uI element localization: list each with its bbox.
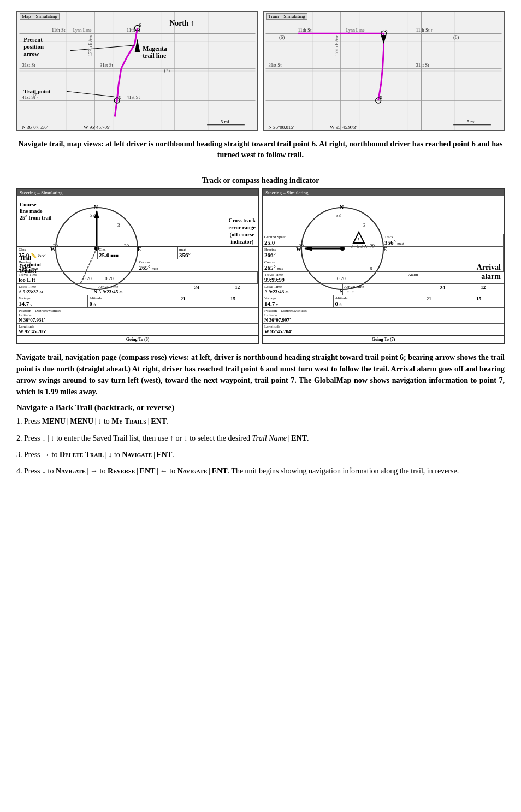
ent-key-2: ENT [291,434,307,442]
navigate-label-4a: Navigate [56,467,86,475]
svg-text:(6): (6) [279,34,285,40]
svg-text:(7): (7) [164,68,170,73]
svg-text:W  95°45.973': W 95°45.973' [330,125,357,130]
svg-text:Present: Present [23,36,43,43]
delete-trail-label: Delete Trail [60,451,104,459]
right-nav-panel: Steering – Simulating Arrival alarm N S … [262,188,505,344]
svg-text:arrow: arrow [23,50,39,57]
menu-key-2: MENU [70,417,93,425]
cross-track-annotation: Cross trackerror range(off courseindicat… [228,217,256,245]
svg-text:Lynn Lane: Lynn Lane [346,28,365,33]
step-4: 4. Press ↓ to Navigate | → to Reverse | … [16,465,505,477]
svg-text:31st St: 31st St [22,62,35,68]
trail-waypoint-annotation: Trail waypoint symbol [20,255,41,275]
svg-text:(7): (7) [33,92,38,98]
right-map-panel: Train – Simulating 11th St 11th St ↑ Lyn… [263,11,505,131]
right-panel-label: Steering – Simulating [263,189,504,196]
svg-text:11th St: 11th St [51,27,65,33]
svg-text:N  36°07.556': N 36°07.556' [22,125,48,130]
right-map-svg: 11th St 11th St ↑ Lynn Lane 31st St 31st… [264,12,504,130]
svg-text:31st St: 31st St [416,62,429,68]
svg-text:W  95°45.709': W 95°45.709' [84,125,110,130]
step-1: 1. Press MENU | MENU | ↓ to My Trails | … [16,416,505,428]
right-nav-data: Ground Speed 25.0 Track 356° mag Bearing… [263,234,504,343]
arrival-annotation: Arrival alarm [477,263,501,282]
svg-line-28 [70,45,135,51]
nav-panels-heading: Track or compass heading indicator [16,176,505,185]
svg-text:31st St: 31st St [100,62,114,68]
reverse-label: Reverse [108,467,135,475]
svg-text:11th St ↑: 11th St ↑ [416,27,433,33]
trail-name-label: Trail Name [252,434,286,442]
svg-text:North ↑: North ↑ [169,19,194,27]
svg-text:33: 33 [336,212,341,218]
navigate-label-3: Navigate [122,451,152,459]
svg-text:Lynn Lane: Lynn Lane [73,28,92,33]
left-map-label: Map – Simulating [20,13,60,20]
svg-text:6: 6 [139,23,141,28]
svg-text:11th St: 11th St [298,27,311,33]
svg-text:6: 6 [385,28,387,33]
left-map-svg: 11th St 11th St Lynn Lane 31st St 31st S… [17,12,257,130]
left-map-panel: Map – Simulating 11th St 11th St Lynn La… [16,11,258,131]
svg-marker-62 [381,35,387,44]
svg-line-30 [67,91,114,97]
ent-key-3: ENT [156,451,172,459]
navigate-label-4b: Navigate [177,467,208,475]
svg-text:5 mi: 5 mi [221,119,229,125]
left-nav-panel: Steering – Simulating Course line made 2… [16,188,259,344]
svg-text:Magenta: Magenta [143,45,167,52]
svg-text:177th E Ave: 177th E Ave [334,34,339,56]
step-3: 3. Press → to Delete Trail | ↓ to Naviga… [16,449,505,461]
course-annotation: Course line made 25° from trail [20,201,51,221]
nav-panels-wrapper: Steering – Simulating Course line made 2… [16,188,505,344]
svg-text:5: 5 [119,96,121,100]
svg-text:(6): (6) [453,34,459,40]
svg-text:N: N [340,204,344,210]
svg-text:177th E Ave: 177th E Ave [88,34,93,56]
nav-caption: Navigate trail, navigation page (compass… [16,352,505,398]
svg-text:3: 3 [363,222,366,228]
svg-text:31st St: 31st St [268,62,282,68]
ent-key-5: ENT [212,467,228,475]
svg-text:N: N [94,204,98,210]
left-panel-label: Steering – Simulating [17,189,258,196]
svg-text:5: 5 [380,96,382,100]
svg-text:N  36°08.015': N 36°08.015' [268,125,294,130]
maps-container: Map – Simulating 11th St 11th St Lynn La… [16,11,505,131]
ent-key-4: ENT [140,467,156,475]
right-map-label: Train – Simulating [266,13,307,20]
ent-key-1: ENT [151,417,167,425]
left-nav-data: Glos 25.0 📏356° Cles 25.0 ■■■ mag 356° [17,246,258,343]
step-2: 2. Press ↓ | ↓ to enter the Saved Trail … [16,432,505,444]
map-caption: Navigate trail, map views: at left drive… [16,139,505,160]
menu-key-1: MENU [42,417,66,425]
svg-text:trail line: trail line [143,52,166,60]
backtrack-heading: Navigate a Back Trail (backtrack, or rev… [16,403,505,412]
svg-text:5 mi: 5 mi [467,119,476,125]
svg-text:position: position [23,43,44,50]
svg-text:3: 3 [117,222,120,228]
svg-text:41st St: 41st St [127,94,140,100]
my-trails-label: My Trails [111,417,146,425]
